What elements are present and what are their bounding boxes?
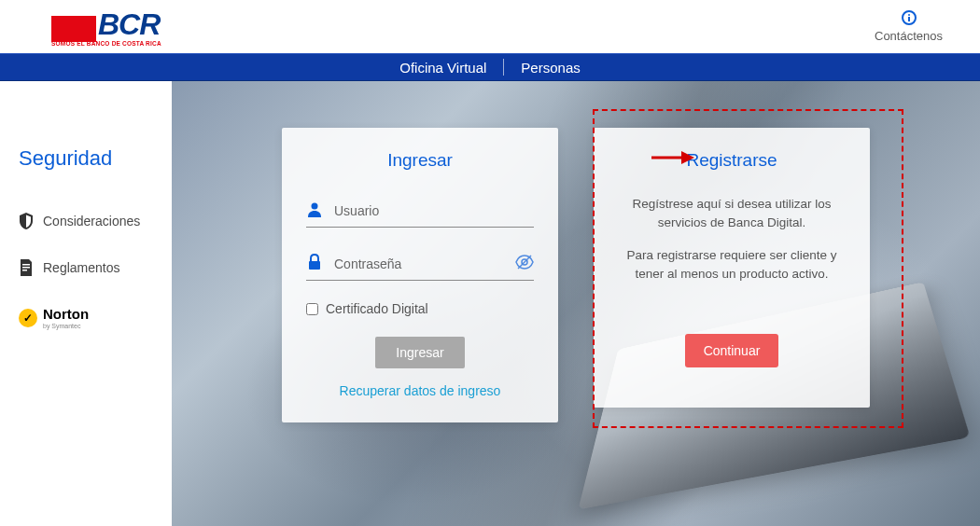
- norton-badge[interactable]: ✓ Norton by Symantec: [19, 306, 172, 329]
- norton-sublabel: by Symantec: [43, 323, 89, 329]
- norton-check-icon: ✓: [19, 309, 37, 327]
- main: Seguridad Consideraciones Reglamentos ✓ …: [0, 81, 980, 526]
- password-label: Contraseña: [334, 256, 515, 271]
- cert-checkbox-row[interactable]: Certificado Digital: [306, 301, 534, 316]
- username-label: Usuario: [334, 203, 534, 218]
- svg-point-1: [908, 14, 910, 16]
- nav-item-personas[interactable]: Personas: [521, 60, 580, 76]
- register-card: Registrarse Regístrese aquí si desea uti…: [594, 128, 870, 408]
- svg-rect-7: [309, 261, 320, 270]
- sidebar-item-consideraciones[interactable]: Consideraciones: [19, 213, 172, 229]
- lock-icon: [306, 254, 325, 274]
- logo: BCR SOMOS EL BANCO DE COSTA RICA: [51, 7, 161, 47]
- header: BCR SOMOS EL BANCO DE COSTA RICA Contáct…: [0, 0, 980, 53]
- sidebar-item-reglamentos[interactable]: Reglamentos: [19, 259, 172, 276]
- document-icon: [19, 259, 34, 276]
- login-button[interactable]: Ingresar: [375, 337, 464, 368]
- hero-area: Ingresar Usuario Contraseña: [172, 81, 980, 526]
- login-card: Ingresar Usuario Contraseña: [282, 128, 558, 422]
- logo-red-block: [51, 16, 96, 42]
- sidebar-item-label: Consideraciones: [43, 214, 140, 228]
- logo-text: BCR: [98, 7, 160, 42]
- svg-rect-3: [22, 264, 30, 266]
- nav-separator: [503, 59, 504, 76]
- register-text-1: Regístrese aquí si desea utilizar los se…: [618, 195, 846, 233]
- contact-label: Contáctenos: [875, 29, 943, 43]
- register-text-2: Para registrarse requiere ser cliente y …: [618, 246, 846, 284]
- eye-off-icon[interactable]: [515, 255, 534, 273]
- password-field[interactable]: Contraseña: [306, 248, 534, 281]
- login-title: Ingresar: [306, 150, 534, 171]
- continue-button[interactable]: Continuar: [685, 334, 779, 367]
- nav-item-oficina[interactable]: Oficina Virtual: [399, 60, 486, 76]
- shield-icon: [19, 213, 34, 229]
- cert-label: Certificado Digital: [326, 301, 428, 316]
- svg-rect-5: [22, 270, 27, 271]
- svg-point-6: [312, 203, 318, 210]
- info-icon: [875, 10, 943, 29]
- cert-checkbox[interactable]: [306, 303, 318, 315]
- user-icon: [306, 201, 325, 221]
- contact-link[interactable]: Contáctenos: [875, 10, 943, 43]
- logo-tagline: SOMOS EL BANCO DE COSTA RICA: [51, 40, 161, 47]
- norton-label: Norton: [43, 306, 89, 322]
- username-field[interactable]: Usuario: [306, 195, 534, 228]
- sidebar: Seguridad Consideraciones Reglamentos ✓ …: [0, 81, 172, 526]
- sidebar-title: Seguridad: [19, 146, 172, 171]
- recover-link[interactable]: Recuperar datos de ingreso: [306, 383, 534, 398]
- svg-rect-4: [22, 267, 30, 269]
- sidebar-item-label: Reglamentos: [43, 260, 120, 275]
- annotation-arrow-icon: [650, 148, 696, 167]
- navbar: Oficina Virtual Personas: [0, 53, 980, 81]
- svg-rect-2: [908, 17, 910, 21]
